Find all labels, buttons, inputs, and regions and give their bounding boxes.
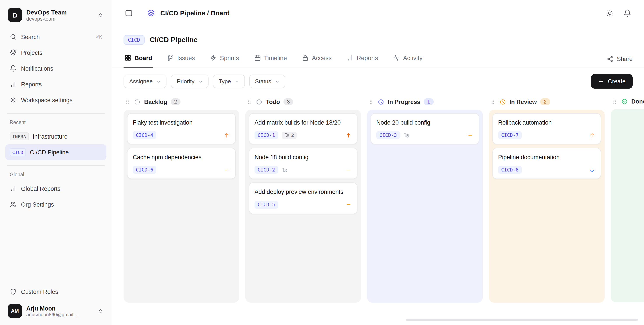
circle-dashed-icon (134, 99, 141, 105)
bar-chart-icon (346, 54, 354, 61)
theme-toggle-button[interactable] (603, 6, 617, 20)
tab-label: Sprints (220, 54, 239, 61)
arrow-up-icon (589, 132, 595, 138)
tab-access[interactable]: Access (301, 49, 332, 68)
issue-card[interactable]: Node 20 build configCICD-3 (371, 113, 479, 144)
filter-priority[interactable]: Priority (171, 75, 208, 88)
chevron-down-icon (156, 78, 162, 84)
notifications-button[interactable] (620, 6, 634, 20)
app-root: D DevOps Team devops-team Search⌘KProjec… (0, 0, 644, 325)
drag-handle-icon[interactable] (490, 99, 496, 105)
dash-icon (224, 167, 230, 173)
project-key-badge: INFRA (10, 132, 29, 140)
issue-card[interactable]: Add deploy preview environmentsCICD-5 (249, 183, 358, 214)
workspace-switcher[interactable]: D DevOps Team devops-team (5, 5, 106, 29)
tab-board[interactable]: Board (124, 49, 153, 68)
tab-label: Issues (177, 54, 195, 61)
tab-issues[interactable]: Issues (166, 49, 196, 68)
board-column-in-review: In Review2Rollback automationCICD-7Pipel… (489, 98, 604, 303)
sidebar: D DevOps Team devops-team Search⌘KProjec… (0, 0, 112, 325)
drag-handle-icon[interactable] (246, 99, 252, 105)
issue-meta: CICD-2 (254, 166, 352, 174)
filter-assignee[interactable]: Assignee (124, 75, 167, 88)
drag-handle-icon[interactable] (368, 99, 374, 105)
issue-id-badge: CICD-4 (133, 131, 156, 139)
column-title: Backlog (144, 99, 167, 105)
column-body: Node 20 build configCICD-3 (367, 110, 483, 303)
issue-card[interactable]: Rollback automationCICD-7 (492, 113, 601, 144)
sidebar-item-label: Org Settings (21, 201, 102, 208)
tabs: BoardIssuesSprintsTimelineAccessReportsA… (124, 49, 436, 68)
sidebar-item-notifications[interactable]: Notifications (5, 61, 106, 76)
bell-icon (624, 9, 631, 17)
issue-card[interactable]: Cache npm dependenciesCICD-6 (127, 148, 236, 179)
column-header: Todo3 (245, 98, 361, 105)
column-body: Add matrix builds for Node 18/20CICD-12N… (245, 110, 361, 303)
sidebar-item-search[interactable]: Search⌘K (5, 29, 106, 45)
sidebar-item-workspace-settings[interactable]: Workspace settings (5, 92, 106, 108)
issue-card[interactable]: Node 18 build configCICD-2 (249, 148, 358, 179)
divider (7, 113, 105, 114)
zap-icon (210, 54, 217, 61)
sidebar-item-global-reports[interactable]: Global Reports (5, 181, 106, 196)
sidebar-project-cicd[interactable]: CICDCI/CD Pipeline (5, 144, 106, 160)
issue-title: Cache npm dependencies (133, 154, 230, 161)
issue-meta: CICD-7 (498, 131, 595, 139)
filter-label: Type (218, 78, 231, 85)
layers-icon (10, 49, 17, 56)
search-icon (10, 33, 17, 40)
plus-icon (598, 78, 604, 84)
issue-card[interactable]: Flaky test investigationCICD-4 (127, 113, 236, 144)
filter-type[interactable]: Type (213, 75, 245, 88)
activity-icon (393, 54, 400, 61)
issue-meta: CICD-6 (133, 166, 230, 174)
sidebar-item-custom-roles[interactable]: Custom Roles (5, 284, 106, 299)
circle-icon (256, 99, 262, 105)
subtasks-icon (284, 132, 290, 138)
column-title: In Review (510, 99, 537, 105)
create-label: Create (608, 78, 626, 85)
issue-card[interactable]: Pipeline documentationCICD-8 (492, 148, 601, 179)
bell-icon (10, 65, 17, 72)
tab-sprints[interactable]: Sprints (209, 49, 240, 68)
chevrons-up-down-icon (97, 12, 104, 18)
tab-reports[interactable]: Reports (346, 49, 379, 68)
breadcrumb: CI/CD Pipeline / Board (160, 9, 230, 17)
board-column-done: Done (611, 98, 644, 302)
tab-timeline[interactable]: Timeline (253, 49, 288, 68)
tab-activity[interactable]: Activity (392, 49, 424, 68)
arrow-up-icon (224, 132, 230, 138)
toggle-sidebar-button[interactable] (122, 6, 136, 20)
sidebar-item-label: Custom Roles (21, 288, 102, 295)
issue-title: Flaky test investigation (133, 119, 230, 127)
subtask-count: 2 (291, 132, 294, 138)
dash-icon (345, 201, 352, 208)
grid-icon (124, 54, 132, 61)
issue-id-badge: CICD-6 (133, 166, 156, 174)
arrow-down-icon (589, 167, 595, 173)
project-title: CI/CD Pipeline (150, 36, 198, 44)
create-button[interactable]: Create (591, 74, 632, 89)
sidebar-item-reports[interactable]: Reports (5, 76, 106, 92)
drag-handle-icon[interactable] (612, 99, 618, 105)
project-label: Infrastructure (33, 133, 68, 140)
sidebar-item-org-settings[interactable]: Org Settings (5, 196, 106, 212)
horizontal-scrollbar[interactable] (406, 319, 638, 320)
user-menu[interactable]: AM Arju Moon arjusmoon860@gmail.... (5, 299, 106, 319)
sidebar-project-infra[interactable]: INFRAInfrastructure (5, 129, 106, 144)
arrow-up-icon (345, 132, 352, 138)
drag-handle-icon[interactable] (124, 99, 130, 105)
users-icon (10, 201, 17, 208)
filters: AssigneePriorityTypeStatus (124, 75, 285, 88)
share-button[interactable]: Share (607, 51, 632, 68)
tab-label: Activity (403, 54, 422, 61)
issue-card[interactable]: Add matrix builds for Node 18/20CICD-12 (249, 113, 358, 144)
issue-title: Node 18 build config (254, 154, 352, 161)
sidebar-item-projects[interactable]: Projects (5, 45, 106, 61)
global-list: Global ReportsOrg Settings (5, 181, 106, 212)
column-body (611, 109, 644, 302)
recent-section-label: Recent (5, 119, 106, 129)
filter-status[interactable]: Status (249, 75, 285, 88)
filter-label: Priority (177, 78, 194, 85)
column-title: Todo (266, 99, 280, 105)
